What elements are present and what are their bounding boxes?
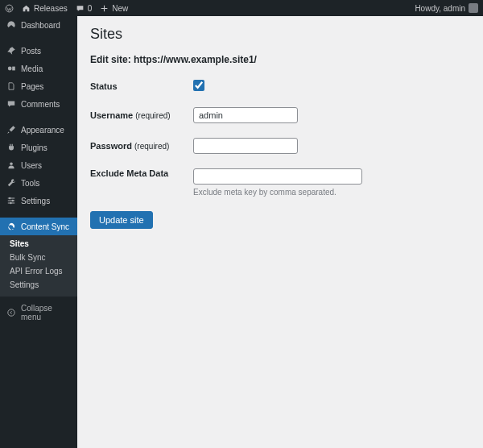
new-label: New — [112, 4, 128, 13]
password-label: Password — [90, 141, 132, 151]
admin-topbar: Releases 0 New Howdy, admin — [0, 0, 483, 16]
sidebar-item-label: Dashboard — [21, 21, 60, 30]
submenu-item-label: Bulk Sync — [10, 253, 45, 262]
sidebar-item-label: Pages — [21, 82, 43, 91]
sidebar-item-label: Users — [21, 161, 42, 170]
brush-icon — [6, 125, 16, 135]
submenu-item-label: API Error Logs — [10, 267, 63, 276]
sidebar-item-comments[interactable]: Comments — [0, 95, 77, 113]
update-site-button[interactable]: Update site — [90, 211, 153, 229]
username-label: Username — [90, 110, 133, 120]
media-icon — [6, 64, 16, 73]
wordpress-icon — [5, 4, 14, 13]
sync-icon — [6, 222, 16, 231]
status-label: Status — [90, 81, 193, 91]
releases-label: Releases — [34, 4, 68, 13]
status-checkbox[interactable] — [193, 80, 204, 91]
exclude-label: Exclude Meta Data — [90, 168, 193, 178]
plus-icon — [100, 4, 109, 13]
admin-sidebar: Dashboard Posts Media Pages Comments App… — [0, 16, 77, 448]
sidebar-item-label: Content Sync — [21, 222, 69, 231]
sidebar-item-tools[interactable]: Tools — [0, 174, 77, 192]
svg-point-5 — [10, 202, 11, 204]
account-link[interactable]: Howdy, admin — [415, 3, 478, 13]
exclude-input[interactable] — [193, 168, 362, 185]
releases-link[interactable]: Releases — [22, 4, 68, 13]
collapse-icon — [6, 308, 16, 317]
sidebar-item-label: Plugins — [21, 143, 47, 152]
sidebar-item-label: Settings — [21, 197, 50, 205]
avatar — [469, 3, 478, 13]
comments-count: 0 — [88, 4, 93, 13]
password-input[interactable] — [193, 138, 298, 154]
wrench-icon — [6, 178, 16, 188]
sidebar-item-plugins[interactable]: Plugins — [0, 139, 77, 156]
exclude-help: Exclude meta key by comma separated. — [193, 188, 362, 197]
row-exclude: Exclude Meta Data Exclude meta key by co… — [90, 168, 470, 197]
sidebar-item-posts[interactable]: Posts — [0, 42, 77, 60]
sidebar-item-pages[interactable]: Pages — [0, 77, 77, 95]
sidebar-item-media[interactable]: Media — [0, 60, 77, 77]
edit-site-heading: Edit site: https://www.example.site1/ — [90, 54, 470, 65]
sidebar-item-dashboard[interactable]: Dashboard — [0, 16, 77, 34]
howdy-text: Howdy, admin — [415, 4, 465, 13]
home-icon — [22, 4, 31, 13]
sidebar-item-label: Posts — [21, 47, 41, 56]
sidebar-item-label: Tools — [21, 179, 39, 188]
pin-icon — [6, 46, 16, 56]
row-username: Username (required) — [90, 107, 470, 123]
sidebar-item-appearance[interactable]: Appearance — [0, 121, 77, 139]
submenu: Sites Bulk Sync API Error Logs Settings — [0, 235, 77, 297]
dashboard-icon — [6, 20, 16, 30]
svg-point-1 — [8, 67, 12, 71]
sidebar-item-label: Appearance — [21, 126, 64, 135]
submenu-item-label: Settings — [10, 280, 39, 289]
plug-icon — [6, 143, 16, 152]
new-link[interactable]: New — [100, 4, 128, 13]
comment-icon — [76, 4, 85, 13]
username-input[interactable] — [193, 107, 298, 123]
submenu-item-label: Sites — [10, 239, 29, 248]
submenu-item-api-error-logs[interactable]: API Error Logs — [0, 264, 77, 278]
svg-point-3 — [9, 197, 10, 199]
pages-icon — [6, 81, 16, 91]
sidebar-item-users[interactable]: Users — [0, 156, 77, 174]
main-content: Sites Edit site: https://www.example.sit… — [77, 16, 483, 448]
sidebar-item-settings[interactable]: Settings — [0, 192, 77, 209]
sliders-icon — [6, 196, 16, 205]
submenu-item-sites[interactable]: Sites — [0, 237, 77, 251]
svg-point-4 — [12, 200, 14, 201]
row-password: Password (required) — [90, 138, 470, 154]
collapse-label: Collapse menu — [21, 304, 71, 321]
comments-link[interactable]: 0 — [76, 4, 93, 13]
collapse-menu[interactable]: Collapse menu — [0, 300, 77, 326]
row-status: Status — [90, 80, 470, 93]
username-required: (required) — [135, 111, 170, 120]
svg-point-6 — [8, 309, 14, 316]
sidebar-item-content-sync[interactable]: Content Sync — [0, 218, 77, 235]
svg-point-2 — [10, 162, 13, 165]
sidebar-item-label: Media — [21, 64, 43, 73]
user-icon — [6, 160, 16, 170]
comment-icon — [6, 99, 16, 109]
sidebar-item-label: Comments — [21, 100, 60, 109]
wordpress-logo[interactable] — [5, 4, 14, 13]
page-title: Sites — [90, 26, 470, 43]
password-required: (required) — [134, 142, 169, 151]
submenu-item-settings[interactable]: Settings — [0, 278, 77, 292]
submenu-item-bulk-sync[interactable]: Bulk Sync — [0, 251, 77, 264]
